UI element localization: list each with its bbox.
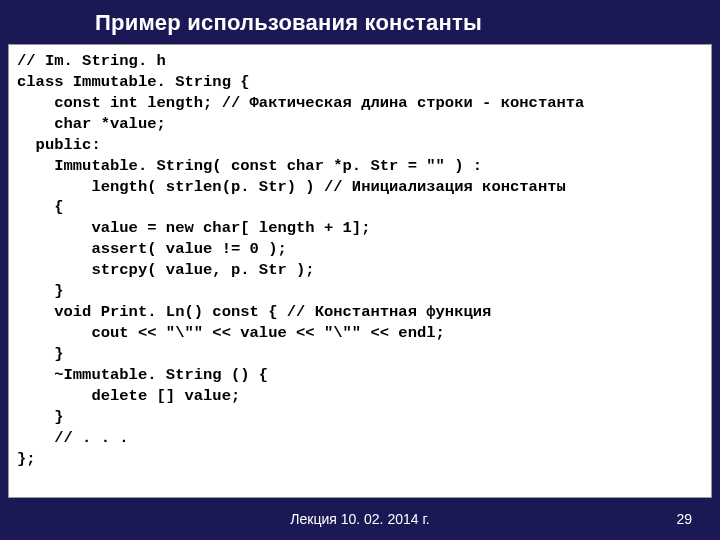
lecture-info: Лекция 10. 02. 2014 г. [290, 511, 429, 527]
page-number: 29 [676, 511, 692, 527]
footer: Лекция 10. 02. 2014 г. 29 [0, 498, 720, 540]
code-content: // Im. String. h class Immutable. String… [17, 51, 703, 469]
code-block: // Im. String. h class Immutable. String… [8, 44, 712, 498]
slide: Пример использования константы // Im. St… [0, 0, 720, 540]
slide-title: Пример использования константы [0, 0, 720, 44]
